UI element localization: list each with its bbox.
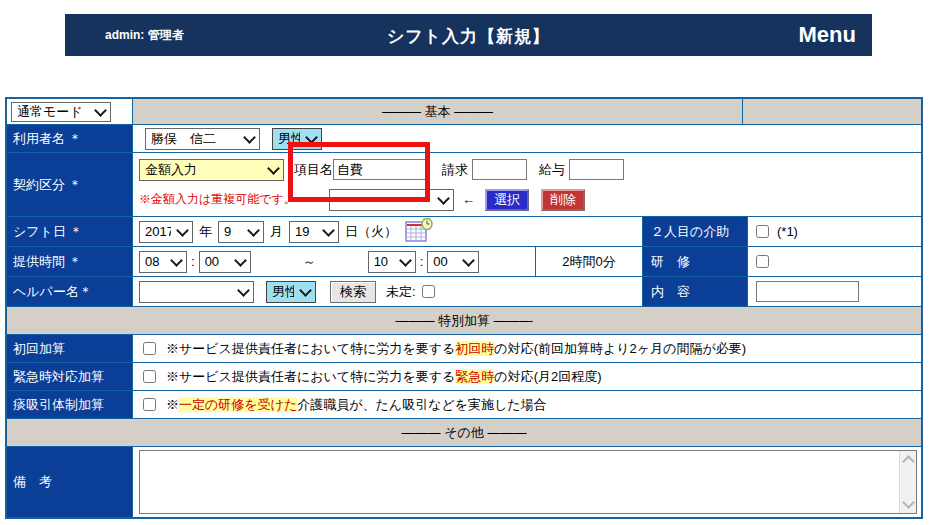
- helper-cell: 男性 検索 未定:: [133, 277, 642, 306]
- month-select[interactable]: 9: [218, 221, 264, 243]
- note-pre: ※: [166, 397, 179, 412]
- start-minute-select[interactable]: 00: [199, 251, 251, 273]
- section-special-label: ――― 特別加算 ―――: [395, 312, 532, 330]
- emergency-checkbox[interactable]: [143, 370, 156, 383]
- textarea-scrollbar[interactable]: [899, 451, 916, 513]
- emergency-cell: ※サービス提供責任者において特に労力を要する緊急時の対応(月2回程度): [133, 363, 921, 390]
- end-hour-select[interactable]: 10: [368, 251, 416, 273]
- chevron-down-icon: [267, 162, 280, 175]
- training-cell: [748, 247, 921, 276]
- duration-cell: 2時間0分: [536, 247, 642, 276]
- menu-link[interactable]: Menu: [799, 22, 856, 48]
- row-addon-suction: 痰吸引体制加算 ※一定の研修を受けた介護職員が、たん吸引などを実施した場合: [7, 391, 921, 419]
- page: admin: 管理者 シフト入力【新規】 Menu 通常モード ――― 基本 ―…: [0, 0, 932, 525]
- row-section-special: ――― 特別加算 ―――: [7, 307, 921, 335]
- first-time-checkbox[interactable]: [143, 342, 156, 355]
- section-special-header: ――― 特別加算 ―――: [7, 307, 921, 334]
- search-button[interactable]: 検索: [330, 281, 376, 303]
- page-title: シフト入力【新規】: [65, 25, 872, 48]
- day-value: 19: [295, 224, 317, 239]
- shift-form-table: 通常モード ――― 基本 ――― 利用者名 ＊ 勝俣 信二 男性: [5, 97, 923, 519]
- note-post: の対応(前回加算時より2ヶ月の間隔が必要): [494, 341, 746, 356]
- end-minute-select[interactable]: 00: [427, 251, 479, 273]
- delete-button[interactable]: 削除: [541, 189, 585, 211]
- day-select[interactable]: 19: [289, 221, 339, 243]
- helper-name-select[interactable]: [139, 281, 254, 303]
- suction-checkbox[interactable]: [143, 398, 156, 411]
- left-arrow-icon: ←: [462, 192, 475, 207]
- mode-select[interactable]: 通常モード: [11, 102, 111, 122]
- undecided-label: 未定:: [386, 283, 416, 301]
- row-contract: 契約区分 ＊ 金額入力 項目名 請求 給与 ※金額入力は重複可能です。: [7, 153, 921, 217]
- chevron-down-icon: [399, 254, 412, 267]
- shift-date-cell: 2017 年 9 月 19 日（火）: [133, 217, 642, 246]
- second-person-checkbox[interactable]: [756, 225, 769, 238]
- emergency-note: ※サービス提供責任者において特に労力を要する緊急時の対応(月2回程度): [166, 368, 602, 386]
- row-shift-date: シフト日 ＊ 2017 年 9 月 19 日（火）: [7, 217, 921, 247]
- row-user: 利用者名 ＊ 勝俣 信二 男性: [7, 125, 921, 153]
- chevron-down-icon: [234, 254, 247, 267]
- remarks-textarea[interactable]: [139, 450, 917, 514]
- note-highlight: 一定の研修を受けた: [179, 397, 297, 412]
- chevron-down-icon: [243, 131, 256, 144]
- note-pre: ※サービス提供責任者において特に労力を要する: [166, 341, 455, 356]
- start-hour-select[interactable]: 08: [139, 251, 187, 273]
- salary-input[interactable]: [569, 159, 624, 180]
- undecided-checkbox[interactable]: [422, 285, 435, 298]
- salary-label: 給与: [539, 161, 565, 179]
- row-addon-emergency: 緊急時対応加算 ※サービス提供責任者において特に労力を要する緊急時の対応(月2回…: [7, 363, 921, 391]
- row-section-other: ――― その他 ―――: [7, 419, 921, 447]
- content-cell: [748, 277, 921, 306]
- end-minute-value: 00: [433, 254, 457, 269]
- note-pre: ※サービス提供責任者において特に労力を要する: [166, 369, 455, 384]
- section-basic-label: ――― 基本 ―――: [382, 103, 493, 121]
- suction-cell: ※一定の研修を受けた介護職員が、たん吸引などを実施した場合: [133, 391, 921, 418]
- section-other-label: ――― その他 ―――: [402, 424, 527, 442]
- shift-date-label: シフト日 ＊: [7, 217, 133, 246]
- calendar-icon[interactable]: [405, 218, 433, 246]
- note-post: の対応(月2回程度): [494, 369, 601, 384]
- user-name-value: 勝俣 信二: [151, 130, 238, 148]
- select-button[interactable]: 選択: [485, 189, 529, 211]
- section-other-header: ――― その他 ―――: [7, 419, 921, 446]
- suction-label: 痰吸引体制加算: [7, 391, 133, 418]
- content-input[interactable]: [756, 281, 859, 302]
- chevron-down-icon: [322, 224, 335, 237]
- chevron-down-icon: [94, 104, 107, 117]
- user-name-label: 利用者名 ＊: [7, 125, 133, 152]
- scroll-down-icon[interactable]: [902, 496, 915, 509]
- contract-type-select[interactable]: 金額入力: [139, 159, 284, 181]
- month-value: 9: [224, 224, 242, 239]
- mode-select-value: 通常モード: [17, 103, 89, 121]
- remarks-label: 備 考: [7, 447, 133, 517]
- chevron-down-icon: [176, 224, 189, 237]
- time-cell: 08 : 00 ～ 10 : 00: [133, 247, 536, 276]
- contract-line2: ※金額入力は重複可能です。 ← 選択 削除: [139, 185, 921, 215]
- section-basic-header: ――― 基本 ―――: [133, 99, 743, 124]
- year-value: 2017: [145, 224, 171, 239]
- row-mode-basic: 通常モード ――― 基本 ―――: [7, 99, 921, 125]
- user-name-select[interactable]: 勝俣 信二: [145, 128, 260, 150]
- row-remarks: 備 考: [7, 447, 921, 517]
- contract-line1: 金額入力 項目名 請求 給与: [139, 155, 921, 185]
- mode-cell: 通常モード: [7, 99, 133, 124]
- annotation-red-box: [288, 142, 430, 202]
- time-separator: ～: [303, 253, 316, 271]
- contract-type-value: 金額入力: [145, 161, 262, 179]
- year-select[interactable]: 2017: [139, 221, 193, 243]
- chevron-down-icon: [247, 224, 260, 237]
- row-helper: ヘルパー名＊ 男性 検索 未定: 内 容: [7, 277, 921, 307]
- day-suffix: 日（火）: [345, 223, 397, 241]
- training-label: 研 修: [642, 247, 748, 276]
- month-suffix: 月: [270, 223, 283, 241]
- helper-gender-value: 男性: [272, 283, 294, 301]
- contract-label: 契約区分 ＊: [7, 153, 133, 216]
- chevron-down-icon: [237, 284, 250, 297]
- scroll-up-icon[interactable]: [902, 455, 915, 468]
- billing-input[interactable]: [472, 159, 527, 180]
- training-checkbox[interactable]: [756, 255, 769, 268]
- contract-cell: 金額入力 項目名 請求 給与 ※金額入力は重複可能です。: [133, 153, 921, 216]
- suction-note: ※一定の研修を受けた介護職員が、たん吸引などを実施した場合: [166, 396, 547, 414]
- helper-gender-select[interactable]: 男性: [266, 281, 316, 303]
- first-time-note: ※サービス提供責任者において特に労力を要する初回時の対応(前回加算時より2ヶ月の…: [166, 340, 746, 358]
